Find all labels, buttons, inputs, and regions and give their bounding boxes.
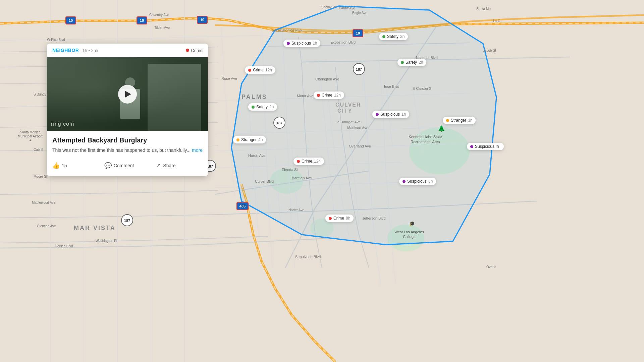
marker-safety-1[interactable]: Safety 2h bbox=[379, 33, 408, 40]
svg-text:10: 10 bbox=[69, 18, 73, 22]
svg-text:🌲: 🌲 bbox=[438, 125, 445, 132]
marker-label: Crime bbox=[322, 93, 332, 98]
card-title: Attempted Backyard Burglary bbox=[52, 136, 203, 144]
svg-text:W Pico Blvd: W Pico Blvd bbox=[47, 38, 65, 42]
marker-dot bbox=[401, 61, 404, 64]
share-label: Share bbox=[163, 163, 175, 168]
marker-crime-2[interactable]: Crime 12h bbox=[314, 92, 344, 99]
svg-text:La C: La C bbox=[493, 19, 500, 23]
marker-label: Safety bbox=[387, 34, 398, 39]
marker-time: 1h bbox=[313, 41, 317, 46]
incident-card: NEIGHBOR 1h • 2mi Crime ring.com Attempt… bbox=[47, 44, 208, 176]
svg-text:Venice Blvd: Venice Blvd bbox=[55, 244, 73, 248]
svg-text:PALMS: PALMS bbox=[241, 94, 267, 100]
marker-dot bbox=[329, 217, 332, 220]
marker-safety-3[interactable]: Safety 2h bbox=[248, 103, 277, 111]
marker-dot bbox=[252, 106, 255, 109]
svg-text:Santa Monica Fwy: Santa Monica Fwy bbox=[272, 28, 303, 32]
svg-text:187: 187 bbox=[356, 67, 362, 71]
marker-label: Suspicious bbox=[291, 41, 311, 46]
marker-suspicious-3[interactable]: Suspicious Ih bbox=[467, 143, 504, 150]
svg-text:West Los Angeles: West Los Angeles bbox=[394, 230, 424, 234]
svg-text:Jefferson Blvd: Jefferson Blvd bbox=[362, 216, 386, 220]
card-header-left: NEIGHBOR 1h • 2mi bbox=[52, 48, 98, 53]
svg-text:Tilden Ave: Tilden Ave bbox=[154, 26, 170, 29]
svg-text:10: 10 bbox=[200, 18, 204, 22]
share-button[interactable]: ↗ Share bbox=[151, 160, 203, 171]
marker-time: 12h bbox=[314, 159, 321, 164]
svg-text:Exposition Blvd: Exposition Blvd bbox=[330, 40, 356, 44]
marker-crime-3[interactable]: Crime 12h bbox=[293, 158, 324, 165]
marker-crime-4[interactable]: Crime 8h bbox=[325, 215, 354, 222]
marker-time: 12h bbox=[265, 68, 272, 72]
marker-time: 2h bbox=[400, 34, 405, 39]
svg-text:10: 10 bbox=[140, 18, 144, 22]
svg-text:Elenda St: Elenda St bbox=[282, 168, 298, 172]
svg-text:✈: ✈ bbox=[29, 138, 32, 142]
svg-text:Washington Pl: Washington Pl bbox=[96, 239, 117, 243]
ring-watermark: ring.com bbox=[51, 121, 74, 127]
comment-label: Comment bbox=[114, 163, 134, 168]
svg-text:Bagle Ave: Bagle Ave bbox=[352, 11, 367, 15]
marker-dot bbox=[376, 113, 379, 116]
svg-text:Overland Ave: Overland Ave bbox=[349, 144, 371, 148]
svg-marker-5 bbox=[231, 6, 496, 245]
marker-dot bbox=[382, 35, 385, 38]
svg-text:Overla: Overla bbox=[486, 265, 496, 269]
marker-time: 1h bbox=[401, 112, 406, 117]
share-icon: ↗ bbox=[156, 162, 161, 169]
card-body: Attempted Backyard Burglary This was not… bbox=[47, 131, 208, 157]
marker-dot bbox=[317, 94, 320, 97]
marker-label: Suspicious bbox=[407, 179, 427, 184]
card-header: NEIGHBOR 1h • 2mi Crime bbox=[47, 44, 208, 57]
like-button[interactable]: 👍 15 bbox=[52, 160, 99, 171]
marker-time: 8h bbox=[346, 216, 350, 221]
svg-text:Shelby Dr: Shelby Dr bbox=[321, 5, 336, 9]
card-meta: 1h • 2mi bbox=[82, 48, 98, 53]
svg-text:CITY: CITY bbox=[337, 108, 352, 114]
svg-text:Barman Ave: Barman Ave bbox=[292, 176, 312, 180]
svg-text:Harter Ave: Harter Ave bbox=[288, 208, 304, 212]
card-actions: 👍 15 💬 Comment ↗ Share bbox=[47, 157, 208, 176]
svg-text:187: 187 bbox=[124, 219, 130, 223]
marker-label: Crime bbox=[302, 159, 312, 164]
marker-time: 4h bbox=[258, 137, 263, 142]
svg-text:Jacob St: Jacob St bbox=[483, 49, 496, 52]
svg-text:Ince Blvd: Ince Blvd bbox=[384, 84, 399, 88]
svg-text:Huron Ave: Huron Ave bbox=[248, 154, 265, 158]
marker-label: Safety bbox=[406, 60, 417, 65]
card-description: This was not the first time this has hap… bbox=[52, 147, 203, 154]
svg-text:E Carson S: E Carson S bbox=[413, 86, 431, 90]
marker-label: Suspicious bbox=[380, 112, 400, 117]
marker-label: Crime bbox=[253, 68, 264, 72]
marker-stranger-2[interactable]: Stranger 3h bbox=[443, 117, 476, 124]
svg-text:Rose Ave: Rose Ave bbox=[221, 76, 237, 80]
play-button[interactable] bbox=[118, 85, 137, 104]
crime-badge: Crime bbox=[186, 48, 203, 53]
thumbs-up-icon: 👍 bbox=[52, 162, 60, 169]
marker-suspicious-1[interactable]: Suspicious 1h bbox=[283, 40, 320, 47]
crime-dot-icon bbox=[186, 49, 189, 52]
marker-suspicious-4[interactable]: Suspicious 3h bbox=[399, 178, 436, 185]
comment-button[interactable]: 💬 Comment bbox=[99, 160, 151, 171]
svg-text:Coventry Ave: Coventry Ave bbox=[149, 13, 169, 17]
marker-dot bbox=[248, 69, 251, 72]
svg-text:Recreational Area: Recreational Area bbox=[411, 140, 440, 144]
like-count: 15 bbox=[62, 163, 67, 168]
marker-suspicious-2[interactable]: Suspicious 1h bbox=[372, 111, 409, 118]
marker-time: 12h bbox=[334, 93, 341, 98]
svg-text:Le Bourget Ave: Le Bourget Ave bbox=[335, 120, 361, 124]
marker-dot bbox=[297, 160, 300, 163]
marker-stranger-1[interactable]: Stranger 4h bbox=[233, 136, 266, 143]
marker-dot bbox=[446, 119, 449, 122]
svg-text:Municipal Airport: Municipal Airport bbox=[18, 134, 43, 138]
svg-text:Santa Mo: Santa Mo bbox=[476, 7, 491, 11]
marker-dot bbox=[287, 42, 290, 45]
svg-text:Glencoe Ave: Glencoe Ave bbox=[37, 224, 56, 228]
video-thumbnail[interactable]: ring.com bbox=[47, 57, 208, 131]
marker-crime-1[interactable]: Crime 12h bbox=[245, 66, 275, 74]
more-link[interactable]: more bbox=[192, 147, 203, 153]
marker-time: 2h bbox=[419, 60, 423, 65]
svg-text:Motor Ave: Motor Ave bbox=[297, 94, 313, 98]
marker-safety-2[interactable]: Safety 2h bbox=[397, 59, 426, 66]
